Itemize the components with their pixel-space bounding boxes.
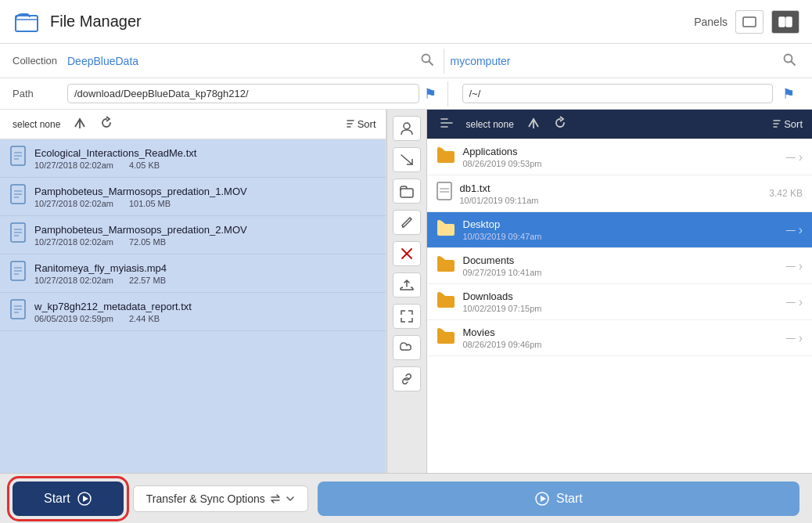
file-size: 3.42 KB [769, 188, 803, 199]
left-start-button[interactable]: Start [13, 482, 124, 516]
file-meta: 10/27/2018 02:02am72.05 MB [34, 237, 376, 247]
path-panel-divider [447, 81, 448, 106]
right-up-dir-button[interactable] [523, 114, 544, 135]
left-bookmark-button[interactable]: ⚑ [419, 82, 441, 106]
list-item[interactable]: w_kp78gh212_metadata_report.txt 06/05/20… [0, 293, 386, 331]
list-item[interactable]: Pamphobeteus_Marmosops_predation_1.MOV 1… [0, 178, 386, 216]
file-name: w_kp78gh212_metadata_report.txt [34, 301, 376, 312]
svg-marker-45 [83, 496, 88, 502]
file-info: Downloads 10/02/2019 07:15pm [463, 290, 780, 313]
file-meta: 09/27/2019 10:41am [463, 268, 780, 277]
left-collection-value[interactable]: DeepBlueData [67, 55, 417, 67]
right-select-none-button[interactable]: select none [463, 117, 517, 132]
right-collection-value[interactable]: mycomputer [451, 55, 774, 67]
chevron-right-icon: › [799, 295, 803, 309]
left-path-label: Path [13, 88, 67, 99]
right-file-list: Applications 08/26/2019 09:53pm — › db1.… [427, 139, 813, 473]
bottom-bar: Start Transfer & Sync Options Start [0, 473, 812, 523]
file-name: Applications [463, 146, 780, 157]
file-info: db1.txt 10/01/2019 09:11am [460, 182, 763, 205]
svg-rect-33 [401, 189, 413, 197]
left-select-none-button[interactable]: select none [9, 117, 63, 132]
list-item[interactable]: Pamphobeteus_Marmosops_predation_2.MOV 1… [0, 216, 386, 254]
list-item[interactable]: Ecological_Interactions_ReadMe.txt 10/27… [0, 139, 386, 178]
file-icon [9, 299, 27, 324]
folder-icon [437, 146, 455, 168]
file-info: Ranitomeya_fly_myiasis.mp4 10/27/2018 02… [34, 262, 376, 285]
file-name: Pamphobeteus_Marmosops_predation_2.MOV [34, 224, 376, 236]
file-meta: 08/26/2019 09:46pm [463, 340, 780, 349]
folder-icon-button[interactable] [393, 179, 421, 204]
dual-panel-button[interactable] [771, 10, 799, 34]
file-meta: 10/27/2018 02:02am4.05 KB [34, 161, 376, 170]
left-up-dir-button[interactable] [70, 114, 90, 135]
file-meta: 08/26/2019 09:53pm [463, 159, 780, 168]
right-refresh-button[interactable] [550, 114, 570, 135]
user-icon-button[interactable] [393, 116, 421, 141]
folder-icon [437, 327, 455, 349]
left-file-list: Ecological_Interactions_ReadMe.txt 10/27… [0, 139, 386, 473]
right-panel: select none Sort Applications 08/26/2019… [427, 110, 813, 473]
file-name: db1.txt [460, 182, 763, 194]
list-item[interactable]: db1.txt 10/01/2019 09:11am 3.42 KB [427, 175, 813, 212]
file-icon [9, 261, 27, 286]
list-item[interactable]: Ranitomeya_fly_myiasis.mp4 10/27/2018 02… [0, 254, 386, 293]
file-name: Documents [463, 254, 780, 266]
header-left: File Manager [13, 8, 142, 36]
file-name: Ranitomeya_fly_myiasis.mp4 [34, 262, 376, 274]
panel-divider [444, 49, 444, 74]
single-panel-button[interactable] [735, 10, 763, 34]
list-item[interactable]: Desktop 10/03/2019 09:47am — › [427, 212, 813, 248]
right-bookmark-button[interactable]: ⚑ [778, 82, 799, 106]
svg-marker-47 [541, 496, 546, 502]
svg-rect-41 [437, 182, 451, 200]
folder-icon [437, 255, 455, 277]
file-icon [9, 184, 27, 209]
svg-line-7 [429, 62, 433, 66]
svg-line-9 [792, 62, 796, 66]
file-info: Pamphobeteus_Marmosops_predation_2.MOV 1… [34, 224, 376, 247]
list-item[interactable]: Applications 08/26/2019 09:53pm — › [427, 139, 813, 175]
right-sort-button[interactable]: Sort [772, 118, 803, 130]
right-start-button[interactable]: Start [318, 482, 799, 516]
file-meta: 10/27/2018 02:02am101.05 MB [34, 199, 376, 208]
file-info: Ecological_Interactions_ReadMe.txt 10/27… [34, 147, 376, 170]
left-refresh-button[interactable] [96, 114, 117, 135]
left-panel: select none Sort Ecological_Interactions… [0, 110, 386, 473]
svg-rect-0 [16, 16, 38, 31]
file-info: Movies 08/26/2019 09:46pm [463, 326, 780, 349]
file-size: — [786, 333, 796, 344]
expand-icon-button[interactable] [393, 304, 421, 329]
file-name: Pamphobeteus_Marmosops_predation_1.MOV [34, 186, 376, 197]
left-sort-button[interactable]: Sort [346, 118, 376, 130]
file-name: Ecological_Interactions_ReadMe.txt [34, 147, 376, 159]
edit-icon-button[interactable] [393, 210, 421, 235]
right-path-input[interactable] [462, 84, 774, 103]
file-info: Applications 08/26/2019 09:53pm [463, 146, 780, 168]
right-search-button[interactable] [779, 49, 799, 72]
chevron-down-icon [286, 495, 295, 503]
link-icon-button[interactable] [393, 366, 421, 391]
list-item[interactable]: Downloads 10/02/2019 07:15pm — › [427, 284, 813, 320]
arrow-icon-button[interactable] [393, 147, 421, 172]
file-meta: 10/01/2019 09:11am [460, 196, 763, 205]
file-size: — [786, 152, 796, 163]
app-title: File Manager [50, 13, 142, 31]
middle-toolbar [386, 110, 427, 473]
right-menu-button[interactable] [437, 116, 457, 133]
left-path-input[interactable] [67, 84, 419, 103]
file-meta: 10/02/2019 07:15pm [463, 304, 780, 313]
svg-rect-4 [779, 17, 785, 27]
delete-icon-button[interactable] [393, 241, 421, 266]
file-icon [9, 146, 27, 171]
main-area: select none Sort Ecological_Interactions… [0, 110, 812, 473]
list-item[interactable]: Movies 08/26/2019 09:46pm — › [427, 320, 813, 356]
transfer-sync-button[interactable]: Transfer & Sync Options [133, 485, 308, 512]
file-icon [437, 182, 452, 205]
file-info: w_kp78gh212_metadata_report.txt 06/05/20… [34, 301, 376, 323]
cloud-icon-button[interactable] [393, 335, 421, 360]
file-icon [9, 222, 27, 247]
left-search-button[interactable] [417, 49, 437, 72]
upload-icon-button[interactable] [393, 272, 421, 298]
list-item[interactable]: Documents 09/27/2019 10:41am — › [427, 248, 813, 284]
